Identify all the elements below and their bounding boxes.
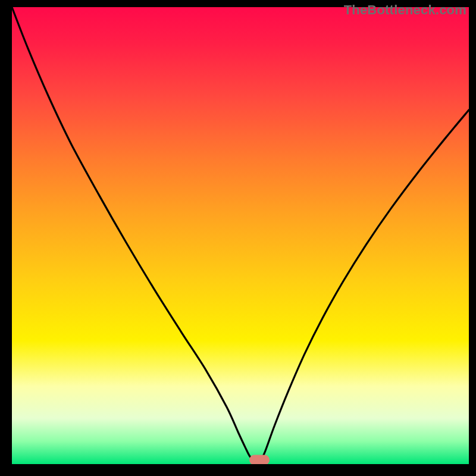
bottleneck-curve [12, 7, 469, 464]
watermark-credit: TheBottleneck.com [344, 2, 466, 18]
chart-frame: TheBottleneck.com [0, 0, 476, 476]
curve-right-branch [259, 110, 469, 464]
curve-left-branch [12, 7, 259, 464]
plot-area [12, 7, 469, 464]
optimum-marker [249, 455, 270, 465]
